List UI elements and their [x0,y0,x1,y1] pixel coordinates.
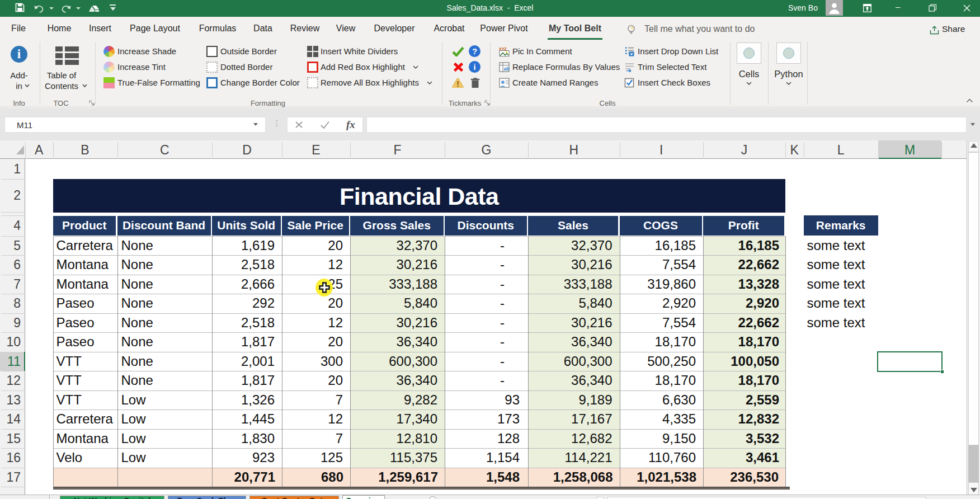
svg-text:ab: ab [504,66,510,72]
svg-text:XYZ: XYZ [499,47,507,51]
